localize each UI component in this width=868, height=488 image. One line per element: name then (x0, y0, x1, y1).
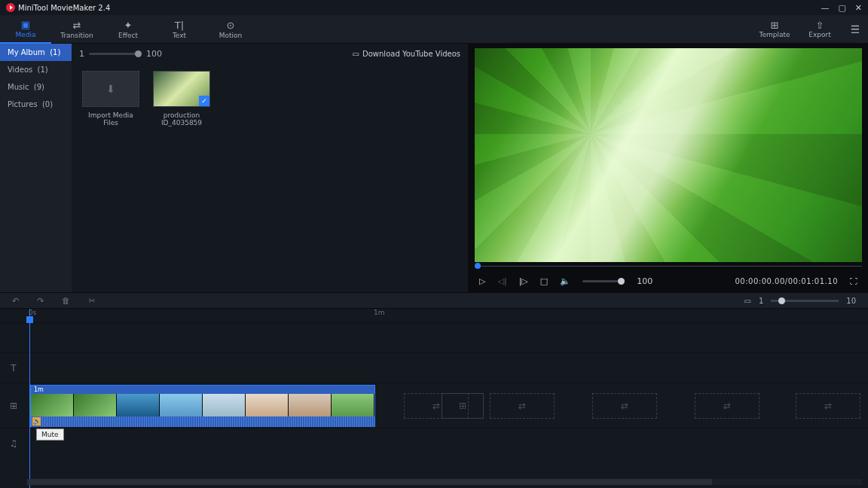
fit-icon[interactable]: ▭ (744, 297, 750, 305)
empty-slot[interactable]: ⇄ (592, 393, 657, 419)
timeline-clip[interactable]: 1m 🔊 (30, 385, 375, 427)
sidebar-item-pictures[interactable]: Pictures (0) (0, 96, 72, 113)
video-track-icon: ⊞ (0, 401, 27, 411)
zoom-min: 1 (79, 49, 84, 59)
sidebar-label: Music (8, 83, 29, 91)
template-icon: ⊞ (771, 20, 779, 31)
app-title: MiniTool MovieMaker 2.4 (18, 4, 110, 12)
import-media-button[interactable]: ⬇ Import Media Files (82, 71, 139, 127)
empty-slot[interactable]: ⇄ (695, 393, 760, 419)
ruler-mark: 1m (374, 309, 385, 316)
sidebar-item-videos[interactable]: Videos (1) (0, 61, 72, 78)
audio-track-icon: ♫ (0, 438, 27, 449)
tab-transition-label: Transition (60, 32, 93, 39)
timeline-scrollbar[interactable] (27, 479, 862, 485)
timeline-zoom-slider[interactable] (771, 300, 839, 302)
titlebar: MiniTool MovieMaker 2.4 — ▢ ✕ (0, 0, 868, 15)
import-icon: ⬇ (106, 83, 115, 95)
mute-tooltip: Mute (36, 429, 64, 441)
timeline-zoom-max: 10 (846, 297, 856, 305)
maximize-icon[interactable]: ▢ (838, 3, 845, 13)
video-track[interactable]: ⊞ 1m 🔊 ⇄ ⊞ ⇄ ⇄ ⇄ ⇄ (0, 383, 868, 428)
tab-effect-label: Effect (118, 32, 138, 39)
play-button[interactable]: ▷ (479, 276, 485, 286)
empty-slot[interactable]: ⊞ (442, 393, 484, 419)
sidebar-count: (0) (42, 100, 53, 108)
folder-icon: ▣ (21, 19, 30, 30)
export-icon: ⇧ (816, 20, 824, 31)
sidebar-label: Pictures (8, 100, 38, 108)
motion-icon: ⊙ (227, 20, 235, 31)
tab-media[interactable]: ▣ Media (0, 15, 51, 44)
sidebar-item-myalbum[interactable]: My Album (1) (0, 44, 72, 61)
text-track[interactable]: T (0, 352, 868, 383)
mute-toggle[interactable]: 🔊 (32, 417, 41, 425)
template-button[interactable]: ⊞ Template (752, 20, 797, 38)
clip-name: production ID_4035859 (153, 111, 210, 127)
time-display: 00:00:00.00/00:01:01.10 (735, 277, 839, 285)
delete-button[interactable]: 🗑 (62, 296, 70, 306)
sidebar-count: (1) (50, 48, 60, 56)
workspace: My Album (1) Videos (1) Music (9) Pictur… (0, 44, 868, 292)
tab-effect[interactable]: ✦ Effect (102, 15, 154, 44)
spacer-track (0, 322, 868, 352)
tab-transition[interactable]: ⇄ Transition (51, 15, 102, 44)
preview-progress[interactable] (475, 262, 862, 270)
hamburger-menu[interactable]: ☰ (842, 23, 868, 35)
tab-motion[interactable]: ⊙ Motion (205, 15, 256, 44)
effect-icon: ✦ (124, 20, 133, 31)
import-label: Import Media Files (82, 111, 139, 127)
audio-track[interactable]: ♫ (0, 428, 868, 458)
clip-duration: 1m (34, 386, 44, 393)
close-icon[interactable]: ✕ (855, 3, 862, 13)
sidebar-item-music[interactable]: Music (9) (0, 78, 72, 96)
split-button[interactable]: ✂ (88, 296, 95, 306)
sidebar-label: My Album (8, 48, 45, 56)
next-frame-button[interactable]: |▷ (519, 276, 528, 286)
empty-slot[interactable]: ⇄ (796, 393, 860, 419)
sidebar-count: (9) (34, 83, 44, 91)
media-clip[interactable]: ✓ production ID_4035859 (153, 71, 210, 127)
check-icon: ✓ (199, 96, 209, 106)
tab-media-label: Media (15, 31, 35, 38)
volume-value: 100 (637, 276, 653, 286)
stop-button[interactable]: □ (540, 276, 548, 286)
minimize-icon[interactable]: — (821, 3, 829, 13)
sidebar: My Album (1) Videos (1) Music (9) Pictur… (0, 44, 72, 292)
volume-icon[interactable]: 🔈 (560, 276, 570, 286)
timeline: 0s 1m T ⊞ 1m 🔊 ⇄ ⊞ ⇄ ⇄ ⇄ ⇄ ♫ M (0, 309, 868, 488)
fullscreen-button[interactable]: ⛶ (850, 277, 857, 285)
text-icon: T| (175, 20, 184, 31)
transition-icon: ⇄ (73, 20, 81, 31)
download-youtube-button[interactable]: ▭ Download YouTube Videos (353, 50, 460, 58)
redo-button[interactable]: ↷ (37, 296, 44, 306)
tab-text[interactable]: T| Text (154, 15, 205, 44)
tab-motion-label: Motion (219, 32, 243, 39)
thumbnail-zoom-slider[interactable] (89, 53, 142, 55)
clip-audio-waveform (31, 416, 374, 427)
video-icon: ▭ (353, 50, 359, 58)
volume-slider[interactable] (582, 280, 625, 282)
media-panel: 1 100 ▭ Download YouTube Videos ⬇ Import… (72, 44, 469, 292)
empty-slot[interactable]: ⇄ (490, 393, 555, 419)
undo-button[interactable]: ↶ (12, 296, 19, 306)
prev-frame-button[interactable]: ◁| (497, 276, 506, 286)
text-track-icon: T (0, 363, 27, 374)
download-label: Download YouTube Videos (362, 50, 460, 58)
preview-panel: ▷ ◁| |▷ □ 🔈 100 00:00:00.00/00:01:01.10 … (469, 44, 868, 292)
tab-text-label: Text (173, 32, 186, 39)
timeline-ruler[interactable]: 0s 1m (27, 309, 868, 319)
sidebar-label: Videos (8, 66, 32, 74)
toolbar: ▣ Media ⇄ Transition ✦ Effect T| Text ⊙ … (0, 15, 868, 44)
preview-screen[interactable] (475, 48, 862, 262)
timeline-zoom-min: 1 (759, 297, 763, 305)
export-button[interactable]: ⇧ Export (797, 20, 842, 38)
sidebar-count: (1) (38, 66, 48, 74)
app-logo (6, 3, 15, 12)
template-label: Template (759, 31, 790, 38)
export-label: Export (808, 31, 830, 38)
editbar: ↶ ↷ 🗑 ✂ ▭ 1 10 (0, 292, 868, 309)
zoom-max: 100 (146, 49, 162, 59)
